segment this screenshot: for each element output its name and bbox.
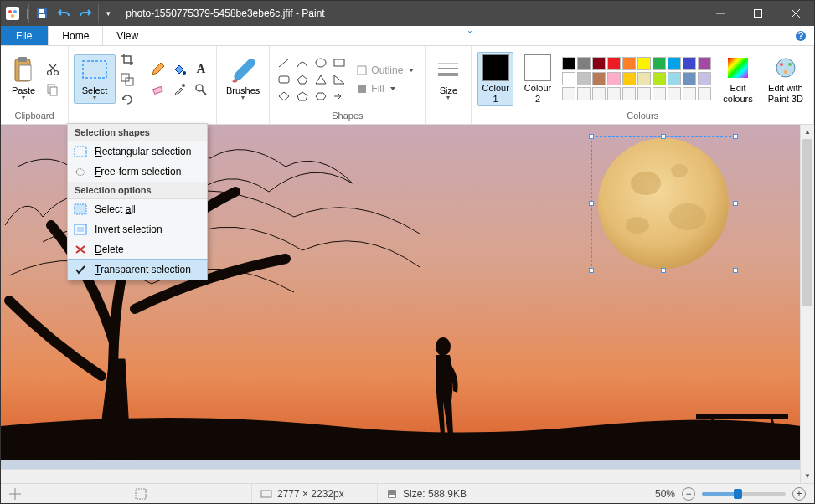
svg-rect-45 bbox=[728, 58, 748, 78]
size-button[interactable]: Size ▾ bbox=[431, 54, 466, 104]
menu-delete[interactable]: Delete bbox=[68, 239, 207, 260]
tab-file[interactable]: File bbox=[1, 26, 48, 45]
shape-polygon[interactable] bbox=[293, 71, 312, 88]
shape-triangle[interactable] bbox=[312, 71, 330, 88]
palette-swatch[interactable] bbox=[668, 72, 681, 85]
shape-outline-button[interactable]: Outline bbox=[350, 62, 420, 79]
shape-fill-button[interactable]: Fill bbox=[350, 80, 420, 97]
palette-swatch[interactable] bbox=[683, 87, 696, 100]
copy-button[interactable] bbox=[43, 80, 63, 99]
palette-swatch[interactable] bbox=[698, 57, 711, 70]
scroll-up-icon[interactable]: ▲ bbox=[801, 125, 814, 139]
palette-swatch[interactable] bbox=[622, 57, 636, 70]
palette-swatch[interactable] bbox=[577, 87, 591, 100]
fill-tool[interactable] bbox=[169, 60, 189, 79]
palette-swatch[interactable] bbox=[622, 72, 636, 85]
colour-palette[interactable] bbox=[562, 57, 712, 101]
paste-button[interactable]: Paste ▾ bbox=[6, 54, 41, 104]
text-tool[interactable]: A bbox=[191, 60, 211, 79]
shape-rect[interactable] bbox=[330, 54, 348, 71]
brushes-button[interactable]: Brushes ▾ bbox=[222, 54, 264, 104]
palette-swatch[interactable] bbox=[607, 57, 621, 70]
shape-curve[interactable] bbox=[293, 54, 312, 71]
palette-swatch[interactable] bbox=[607, 72, 621, 85]
maximize-button[interactable] bbox=[739, 1, 776, 26]
scroll-down-icon[interactable]: ▼ bbox=[801, 469, 814, 483]
palette-swatch[interactable] bbox=[562, 57, 575, 70]
vertical-scrollbar[interactable]: ▲ ▼ bbox=[800, 125, 814, 483]
rotate-button[interactable] bbox=[117, 90, 137, 109]
crop-button[interactable] bbox=[117, 50, 137, 69]
palette-swatch[interactable] bbox=[637, 87, 651, 100]
menu-invert-selection[interactable]: Invert selection bbox=[68, 219, 207, 239]
svg-rect-61 bbox=[75, 204, 86, 214]
palette-swatch[interactable] bbox=[562, 72, 575, 85]
palette-swatch[interactable] bbox=[592, 72, 606, 85]
colour-1-button[interactable]: Colour 1 bbox=[477, 52, 513, 105]
horizontal-scrollbar[interactable] bbox=[1, 469, 800, 483]
shape-roundrect[interactable] bbox=[275, 71, 293, 88]
help-button[interactable]: ? bbox=[781, 26, 814, 45]
ribbon-collapse-icon[interactable]: ˇ bbox=[455, 26, 479, 45]
palette-swatch[interactable] bbox=[592, 57, 606, 70]
colour-2-button[interactable]: Colour 2 bbox=[520, 52, 555, 105]
shape-pentagon[interactable] bbox=[293, 88, 312, 105]
svg-rect-51 bbox=[696, 414, 788, 419]
save-button[interactable] bbox=[33, 4, 51, 23]
palette-swatch[interactable] bbox=[668, 87, 681, 100]
zoom-tool[interactable] bbox=[191, 80, 211, 99]
eraser-tool[interactable] bbox=[147, 80, 168, 99]
chevron-down-icon: ▾ bbox=[241, 94, 245, 101]
tab-home[interactable]: Home bbox=[48, 26, 103, 45]
edit-colours-button[interactable]: Edit colours bbox=[719, 52, 756, 105]
palette-swatch[interactable] bbox=[577, 57, 591, 70]
scroll-thumb[interactable] bbox=[802, 139, 812, 306]
select-button[interactable]: Select ▾ bbox=[74, 54, 116, 104]
svg-point-31 bbox=[316, 59, 326, 67]
palette-swatch[interactable] bbox=[683, 72, 696, 85]
menu-freeform-selection[interactable]: Free-form selection bbox=[68, 162, 207, 182]
picker-tool[interactable] bbox=[169, 80, 189, 99]
resize-button[interactable] bbox=[117, 70, 137, 89]
cut-button[interactable] bbox=[43, 60, 63, 79]
palette-swatch[interactable] bbox=[637, 57, 651, 70]
palette-swatch[interactable] bbox=[622, 87, 636, 100]
palette-swatch[interactable] bbox=[653, 87, 666, 100]
shape-line[interactable] bbox=[275, 54, 293, 71]
palette-swatch[interactable] bbox=[607, 87, 621, 100]
palette-swatch[interactable] bbox=[683, 57, 696, 70]
palette-swatch[interactable] bbox=[637, 72, 651, 85]
paint3d-button[interactable]: Edit with Paint 3D bbox=[764, 52, 807, 105]
file-size-cell: Size: 588.9KB bbox=[378, 484, 503, 503]
minimize-button[interactable] bbox=[701, 1, 739, 26]
shape-right-triangle[interactable] bbox=[330, 71, 348, 88]
shape-hexagon[interactable] bbox=[312, 88, 330, 105]
shape-oval[interactable] bbox=[312, 54, 330, 71]
menu-select-all[interactable]: Select all bbox=[68, 199, 207, 219]
qat-customize-icon[interactable]: ▾ bbox=[99, 4, 117, 23]
shape-arrow[interactable] bbox=[330, 88, 348, 105]
palette-swatch[interactable] bbox=[653, 72, 666, 85]
zoom-slider-thumb[interactable] bbox=[734, 489, 742, 499]
tab-view[interactable]: View bbox=[103, 26, 152, 45]
redo-button[interactable] bbox=[76, 4, 95, 23]
palette-swatch[interactable] bbox=[653, 57, 666, 70]
shape-gallery[interactable] bbox=[275, 54, 348, 105]
palette-swatch[interactable] bbox=[698, 72, 711, 85]
zoom-slider[interactable] bbox=[702, 492, 786, 496]
zoom-out-button[interactable]: − bbox=[682, 487, 695, 501]
menu-rectangular-selection[interactable]: Rectangular selection bbox=[68, 141, 207, 162]
group-label: Shapes bbox=[332, 109, 363, 122]
undo-button[interactable] bbox=[54, 4, 73, 23]
palette-swatch[interactable] bbox=[577, 72, 591, 85]
shape-diamond[interactable] bbox=[275, 88, 293, 105]
close-button[interactable] bbox=[776, 1, 814, 26]
palette-swatch[interactable] bbox=[668, 57, 681, 70]
palette-swatch[interactable] bbox=[592, 87, 606, 100]
palette-swatch[interactable] bbox=[698, 87, 711, 100]
svg-point-3 bbox=[11, 14, 14, 18]
palette-swatch[interactable] bbox=[562, 87, 575, 100]
pencil-tool[interactable] bbox=[147, 60, 168, 79]
menu-transparent-selection[interactable]: Transparent selection bbox=[68, 260, 207, 280]
zoom-in-button[interactable]: + bbox=[792, 487, 806, 501]
